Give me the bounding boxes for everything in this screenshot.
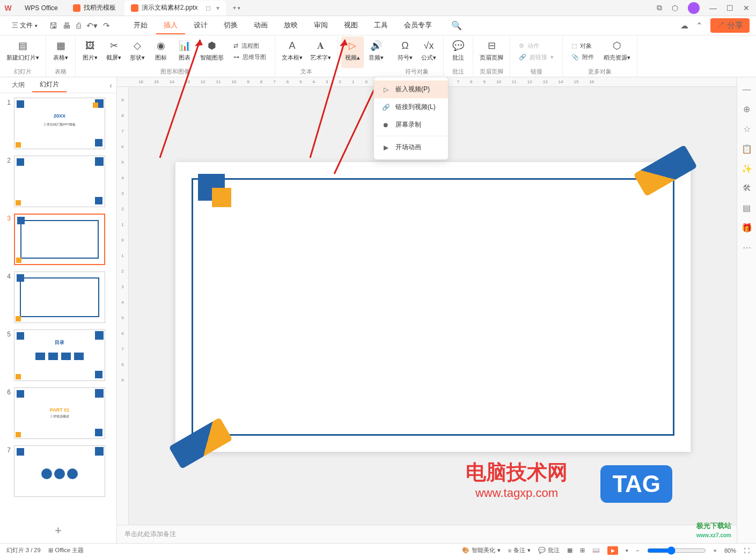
thumbnail-list[interactable]: 120XX工作总结汇报PPT模板 2 3 4 5目录 6PART 01工作情况概… xyxy=(0,93,116,518)
collapse-ribbon-icon[interactable]: ⌃ xyxy=(696,21,703,31)
header-footer-button[interactable]: ⊟页眉页脚 xyxy=(476,36,507,67)
maximize-button[interactable]: ☐ xyxy=(726,4,733,12)
thumbnail-4[interactable] xyxy=(14,272,105,323)
search-icon[interactable]: 🔍 xyxy=(451,20,462,31)
sidebar-layers-icon[interactable]: ▤ xyxy=(743,203,751,213)
tab-dropdown-icon[interactable]: ▾ xyxy=(216,4,219,12)
thumbnail-3[interactable] xyxy=(14,214,105,265)
video-button[interactable]: ▷视频▴ xyxy=(341,36,364,68)
add-slide-button[interactable]: + xyxy=(0,518,116,543)
menu-tab-tools[interactable]: 工具 xyxy=(366,17,395,34)
sidebar-search-icon[interactable]: ⊕ xyxy=(743,104,750,114)
print-icon[interactable]: 🖶 xyxy=(63,21,71,31)
sidebar-star-icon[interactable]: ☆ xyxy=(743,124,751,134)
chart-button[interactable]: 📊图表 xyxy=(173,36,196,67)
wordart-button[interactable]: 𝐀艺术字▾ xyxy=(307,36,334,67)
save-icon[interactable]: 🖫 xyxy=(49,21,57,31)
sidebar-magic-icon[interactable]: ✨ xyxy=(742,164,752,174)
notes-pane[interactable]: 单击此处添加备注 xyxy=(117,525,737,543)
textbox-button[interactable]: A文本框▾ xyxy=(278,36,306,67)
minimize-button[interactable]: — xyxy=(709,4,717,12)
tab-find-template[interactable]: 找稻壳模板 xyxy=(67,1,122,16)
zoom-out-button[interactable]: − xyxy=(636,547,639,554)
smartart-button[interactable]: ⬢智能图形 xyxy=(197,36,227,67)
screen-record-item[interactable]: ⏺屏幕录制 xyxy=(374,116,448,134)
view-normal-icon[interactable]: ▦ xyxy=(567,547,572,554)
mindmap-button[interactable]: ⊶思维导图 xyxy=(230,52,269,62)
sidebar-more-icon[interactable]: ⋯ xyxy=(743,243,751,253)
minus-icon[interactable]: — xyxy=(743,85,751,94)
zoom-value[interactable]: 80% xyxy=(724,547,736,554)
file-menu[interactable]: 三 文件▾ xyxy=(6,19,43,32)
tab-document[interactable]: 演示文稿素材2.pptx◻▾ xyxy=(124,1,226,16)
shape-button[interactable]: ◇形状▾ xyxy=(126,36,149,67)
screen-record-icon: ⏺ xyxy=(381,121,390,129)
print-preview-icon[interactable]: ⎙ xyxy=(76,21,81,31)
thumbnail-2[interactable] xyxy=(14,156,105,207)
attachment-button[interactable]: 📎附件 xyxy=(568,52,597,62)
menu-tab-slideshow[interactable]: 放映 xyxy=(276,17,305,34)
cloud-icon[interactable]: ☁ xyxy=(680,21,688,31)
audio-button[interactable]: 🔊音频▾ xyxy=(365,36,387,68)
sidebar-gift-icon[interactable]: 🎁 xyxy=(742,223,752,233)
menu-tab-member[interactable]: 会员专享 xyxy=(397,17,439,34)
icon-button[interactable]: ◉图标 xyxy=(150,36,172,67)
screenshot-button[interactable]: ✂截屏▾ xyxy=(102,36,125,67)
redo-icon[interactable]: ↷ xyxy=(103,21,110,31)
slide[interactable] xyxy=(175,162,691,452)
notes-button[interactable]: ≡ 备注▾ xyxy=(508,546,531,554)
cube-icon[interactable]: ⬡ xyxy=(672,4,678,12)
layout-icon[interactable]: ⧉ xyxy=(657,3,662,12)
menu-tab-start[interactable]: 开始 xyxy=(126,17,155,34)
flowchart-button[interactable]: ⇄流程图 xyxy=(230,41,269,51)
panel-tab-outline[interactable]: 大纲 xyxy=(4,78,32,92)
object-button[interactable]: ⬚对象 xyxy=(568,41,597,51)
link-video-item[interactable]: 🔗链接到视频(L) xyxy=(374,98,448,116)
zoom-slider[interactable] xyxy=(647,546,706,555)
thumbnail-6[interactable]: PART 01工作情况概述 xyxy=(14,387,105,439)
docer-icon xyxy=(73,4,80,12)
menu-tab-animation[interactable]: 动画 xyxy=(246,17,275,34)
tab-wps-home[interactable]: WPS Office xyxy=(18,1,64,16)
share-button[interactable]: ↗ 分享 xyxy=(710,18,750,33)
menu-tab-design[interactable]: 设计 xyxy=(186,17,215,34)
smartart-icon: ⬢ xyxy=(205,39,219,53)
embed-video-item[interactable]: ▷嵌入视频(P) xyxy=(374,80,448,98)
fit-button[interactable]: ⛶ xyxy=(744,547,750,554)
view-reading-icon[interactable]: 📖 xyxy=(592,547,600,554)
group-label-image: 图形和图像 xyxy=(79,67,271,77)
panel-collapse-button[interactable]: ‹ xyxy=(109,81,112,90)
thumbnail-1[interactable]: 20XX工作总结汇报PPT模板 xyxy=(14,98,105,149)
comment-button[interactable]: 💬批注 xyxy=(447,36,469,67)
zoom-in-button[interactable]: + xyxy=(714,547,717,554)
symbol-button[interactable]: Ω符号▾ xyxy=(394,36,416,67)
sidebar-tools-icon[interactable]: 🛠 xyxy=(743,184,751,193)
thumbnail-7[interactable] xyxy=(14,445,105,497)
opening-anim-item[interactable]: ▶开场动画 xyxy=(374,138,448,156)
avatar[interactable] xyxy=(688,2,700,14)
watermark-text: 电脑技术网 www.tagxp.com xyxy=(466,459,568,500)
play-button[interactable]: ▶ xyxy=(607,546,618,555)
menu-tab-transition[interactable]: 切换 xyxy=(216,17,245,34)
docer-button[interactable]: ⬡稻壳资源▾ xyxy=(600,36,634,67)
sidebar-clipboard-icon[interactable]: 📋 xyxy=(742,144,752,154)
menu-tab-review[interactable]: 审阅 xyxy=(306,17,335,34)
theme-info[interactable]: ⊞ Office 主题 xyxy=(48,546,84,554)
view-sorter-icon[interactable]: ⊞ xyxy=(580,547,585,554)
table-button[interactable]: ▦表格▾ xyxy=(49,36,72,67)
thumbnail-5[interactable]: 目录 xyxy=(14,329,105,381)
menubar: 三 文件▾ 🖫 🖶 ⎙ ↶▾ ↷ 开始 插入 设计 切换 动画 放映 审阅 视图… xyxy=(0,16,756,35)
action-icon: ⚙ xyxy=(519,42,524,49)
table-icon: ▦ xyxy=(54,39,68,53)
close-button[interactable]: ✕ xyxy=(743,4,750,12)
add-tab-button[interactable]: +▾ xyxy=(230,2,243,14)
menu-tab-view[interactable]: 视图 xyxy=(336,17,365,34)
undo-icon[interactable]: ↶▾ xyxy=(86,21,98,31)
menu-tab-insert[interactable]: 插入 xyxy=(156,17,185,34)
image-button[interactable]: 🖼图片▾ xyxy=(79,36,101,67)
comment-button-sb[interactable]: 💬 批注 xyxy=(538,546,560,554)
formula-button[interactable]: √x公式▾ xyxy=(417,36,440,67)
beautify-button[interactable]: 🎨 智能美化▾ xyxy=(462,546,501,554)
new-slide-button[interactable]: ▤新建幻灯片▾ xyxy=(3,36,42,67)
panel-tab-slides[interactable]: 幻灯片 xyxy=(32,78,67,92)
